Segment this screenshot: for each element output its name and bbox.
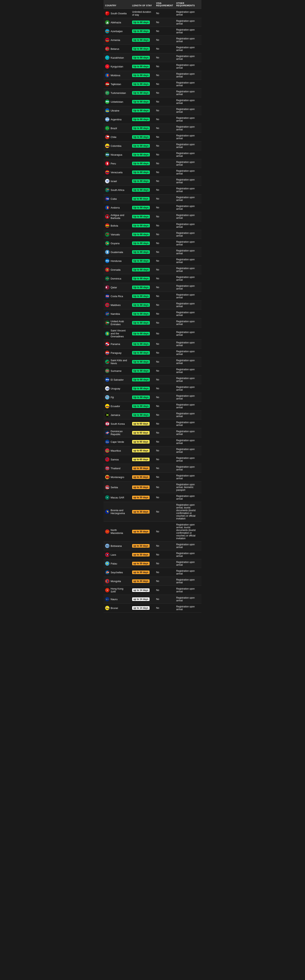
country-name: Azerbaijan	[111, 30, 123, 33]
country-flag: 🇧🇷	[105, 126, 109, 130]
stay-cell: Up to 90 days	[131, 221, 155, 230]
table-row: 🇼🇸Samoaup to 60 daysNoRegistration upon …	[104, 455, 201, 464]
country-name: Grenada	[111, 268, 120, 271]
other-requirements-cell: Registration upon arrival, biometric pas…	[175, 482, 201, 493]
stay-cell: Up to 90 days	[131, 348, 155, 357]
country-cell: 🇺🇿Uzbekistan	[104, 97, 131, 106]
country-flag: 🇲🇩	[105, 73, 109, 78]
country-flag: 🇰🇬	[105, 64, 109, 68]
visa-cell: No	[155, 150, 175, 159]
country-name: Kazakhstan	[111, 56, 124, 59]
country-flag: 🇧🇾	[105, 47, 109, 51]
table-row: 🇳🇮NicaraguaUp to 90 daysNoRegistration u…	[104, 150, 201, 159]
country-name: Moldova	[111, 74, 120, 77]
country-flag: 🇸🇻	[105, 377, 109, 382]
other-requirements-cell: Registration upon arrival	[175, 124, 201, 133]
other-requirements-cell: Registration upon arrival	[175, 585, 201, 595]
other-requirements-cell: Registration upon arrival	[175, 256, 201, 266]
other-requirements-cell: Registration upon arrival	[175, 446, 201, 455]
other-requirements-cell: Registration upon arrival	[175, 266, 201, 274]
country-cell: 🇬🇾Guyana	[104, 239, 131, 248]
stay-badge: up to 14 days	[132, 606, 150, 610]
table-row: 🇨🇴ColombiaUp to 90 daysNoRegistration up…	[104, 142, 201, 150]
stay-badge: up to 30 days	[132, 496, 150, 499]
country-cell: 🇿🇦South Africa	[104, 186, 131, 194]
country-cell: 🇹🇭Thailand	[104, 464, 131, 473]
country-flag: 🇦🇲	[105, 38, 109, 42]
country-name: Namibia	[111, 312, 120, 315]
stay-cell: Up to 90 days	[131, 230, 155, 239]
other-requirements-cell: Registration upon arrival	[175, 194, 201, 203]
stay-badge: up to 14 days	[132, 597, 150, 601]
stay-cell: Up to 90 days	[131, 36, 155, 45]
other-requirements-cell: Registration upon arrival	[175, 230, 201, 239]
country-cell: 🇵🇾Paraguay	[104, 348, 131, 357]
country-name: Suriname	[111, 369, 122, 372]
country-flag: 🇫🇯	[105, 395, 109, 399]
table-row: 🇻🇪VenezuelaUp to 90 daysNoRegistration u…	[104, 168, 201, 177]
other-requirements-cell: Registration upon arrival	[175, 568, 201, 577]
visa-cell: No	[155, 428, 175, 438]
other-requirements-cell: Registration upon arrival	[175, 366, 201, 375]
country-cell: 🇳🇦Namibia	[104, 310, 131, 318]
country-cell: 🏔️Abkhazia	[104, 18, 131, 27]
stay-badge: up to 90 days	[132, 197, 150, 200]
country-cell: 🇮🇱Israel	[104, 177, 131, 186]
country-flag: 🇹🇭	[105, 466, 109, 470]
country-cell: 🇬🇩Grenada	[104, 266, 131, 274]
country-name: Uruguay	[111, 387, 120, 390]
other-requirements-cell: Registration upon arrival	[175, 292, 201, 301]
other-requirements-cell: Registration upon arrival	[175, 595, 201, 604]
stay-badge: Up to 90 days	[132, 29, 150, 33]
stay-badge: Up to 90 days	[132, 162, 150, 165]
table-row: 🇬🇾GuyanaUp to 90 daysNoRegistration upon…	[104, 239, 201, 248]
country-flag: 🇦🇪	[105, 321, 109, 325]
table-row: 🇦🇲ArmeniaUp to 90 daysNoRegistration upo…	[104, 36, 201, 45]
country-flag: 🇼🇸	[105, 457, 109, 461]
stay-cell: Up to 90 days	[131, 357, 155, 366]
country-flag: 🇸🇷	[105, 369, 109, 373]
other-requirements-cell: Registration upon arrival	[175, 248, 201, 256]
other-requirements-cell: Registration upon arrival	[175, 393, 201, 402]
stay-cell: Up to 90 days	[131, 62, 155, 71]
stay-cell: up to 30 days	[131, 464, 155, 473]
other-requirements-cell: Registration upon arrival	[175, 142, 201, 150]
country-name: Israel	[111, 180, 117, 183]
visa-cell: No	[155, 186, 175, 194]
country-name: Argentina	[111, 118, 122, 121]
visa-cell: No	[155, 585, 175, 595]
country-name: Belarus	[111, 48, 119, 50]
country-cell: 🇩🇲Dominica	[104, 274, 131, 283]
country-cell: 🇻🇪Venezuela	[104, 168, 131, 177]
country-flag: 🇱🇦	[105, 552, 109, 557]
stay-badge: Up to 90 days	[132, 233, 150, 236]
stay-badge: up to 60 days	[132, 431, 150, 434]
country-name: Jamaica	[111, 414, 120, 417]
stay-cell: up to 60 days	[131, 438, 155, 446]
country-name: Vanuatu	[111, 233, 120, 236]
visa-cell: No	[155, 292, 175, 301]
country-name: El Salvador	[111, 378, 123, 381]
stay-cell: Up to 90 days	[131, 248, 155, 256]
table-row: 🇲🇪Montenegroup to 30 daysNoRegistration …	[104, 473, 201, 482]
visa-cell: No	[155, 283, 175, 292]
stay-cell: Up to 90 days	[131, 186, 155, 194]
stay-cell: Up to 90 days	[131, 106, 155, 115]
stay-badge: Up to 90 days	[132, 144, 150, 148]
other-requirements-cell: Registration upon arrival	[175, 18, 201, 27]
visa-cell: No	[155, 420, 175, 428]
table-row: 🇰🇿KazakhstanUp to 90 daysNoRegistration …	[104, 53, 201, 62]
table-row: 🇰🇳Saint Kitts and NevisUp to 90 daysNoRe…	[104, 357, 201, 366]
stay-badge: Up to 90 days	[132, 170, 150, 174]
visa-cell: No	[155, 18, 175, 27]
country-cell: 🇧🇴Bolivia	[104, 221, 131, 230]
country-name: Turkmenistan	[111, 92, 126, 94]
country-flag: 🇨🇻	[105, 440, 109, 444]
visa-cell: No	[155, 384, 175, 393]
visa-cell: No	[155, 97, 175, 106]
country-name: Hong Kong SAR	[111, 587, 129, 593]
stay-badge: Up to 90 days	[132, 65, 150, 68]
country-cell: 🇲🇳Mongolia	[104, 577, 131, 585]
table-row: 🇸🇷SurinameUp to 90 daysNoRegistration up…	[104, 366, 201, 375]
stay-cell: Up to 90 days	[131, 292, 155, 301]
